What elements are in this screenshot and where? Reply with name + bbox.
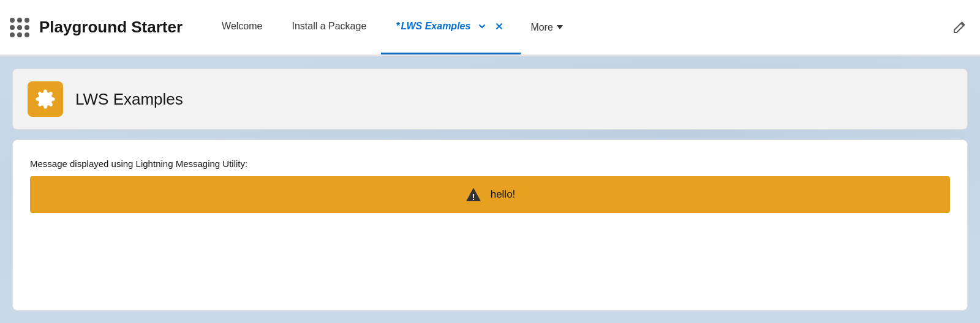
page-title: LWS Examples [75, 90, 183, 109]
tab-lws-examples[interactable]: * LWS Examples [381, 0, 521, 54]
more-chevron-icon [557, 25, 563, 29]
nav-tabs: Welcome Install a Package * LWS Examples [207, 0, 948, 54]
app-title: Playground Starter [39, 18, 183, 37]
message-label: Message displayed using Lightning Messag… [30, 158, 950, 169]
warning-icon: ! [465, 186, 482, 203]
chevron-down-icon [478, 23, 486, 30]
tab-modified-indicator: * [396, 21, 399, 32]
page-header-card: LWS Examples [12, 69, 968, 130]
close-icon [496, 23, 503, 30]
content-card: Message displayed using Lightning Messag… [12, 139, 968, 311]
tab-install-package[interactable]: Install a Package [277, 0, 381, 54]
main-content: LWS Examples Message displayed using Lig… [0, 56, 980, 323]
more-button[interactable]: More [521, 0, 572, 54]
tab-close-button[interactable] [492, 20, 506, 33]
tab-install-package-label: Install a Package [292, 21, 366, 32]
app-launcher-icon[interactable] [10, 18, 29, 37]
svg-text:!: ! [472, 192, 475, 202]
grid-dots [10, 18, 29, 37]
more-label: More [530, 22, 552, 33]
tab-welcome[interactable]: Welcome [207, 0, 277, 54]
page-icon [28, 81, 63, 117]
tab-welcome-label: Welcome [222, 21, 262, 32]
tab-lws-examples-label: LWS Examples [401, 21, 471, 32]
edit-button[interactable] [948, 17, 970, 39]
pencil-icon [952, 21, 966, 34]
alert-message: hello! [491, 188, 516, 201]
topbar: Playground Starter Welcome Install a Pac… [0, 0, 980, 56]
tab-dropdown-button[interactable] [475, 20, 489, 33]
alert-bar: ! hello! [30, 176, 950, 213]
tab-controls [475, 20, 506, 33]
settings-icon [35, 89, 56, 110]
